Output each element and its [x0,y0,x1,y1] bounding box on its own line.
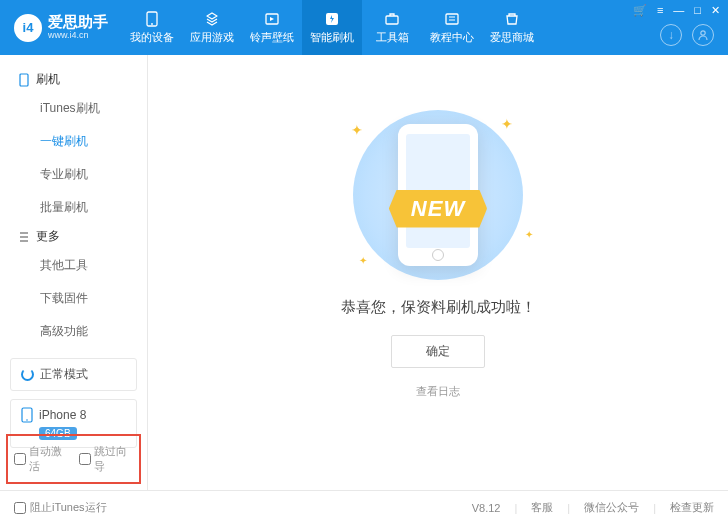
svg-point-6 [701,31,705,35]
logo-badge: i4 [14,14,42,42]
user-button[interactable] [692,24,714,46]
sidebar: 刷机iTunes刷机一键刷机专业刷机批量刷机更多其他工具下载固件高级功能 正常模… [0,55,148,490]
app-header: i4 爱思助手 www.i4.cn 我的设备应用游戏铃声壁纸智能刷机工具箱教程中… [0,0,728,55]
svg-point-1 [151,23,153,25]
nav-label: 工具箱 [376,30,409,45]
sidebar-item-0-2[interactable]: 专业刷机 [0,158,147,191]
nav-device[interactable]: 我的设备 [122,0,182,55]
main-content: ✦✦✦✦ NEW 恭喜您，保资料刷机成功啦！ 确定 查看日志 [148,55,728,490]
sidebar-item-0-1[interactable]: 一键刷机 [0,125,147,158]
phone-icon [21,407,33,423]
mode-status[interactable]: 正常模式 [10,358,137,391]
check-update-link[interactable]: 检查更新 [670,500,714,515]
sidebar-item-1-0[interactable]: 其他工具 [0,249,147,282]
support-link[interactable]: 客服 [531,500,553,515]
block-itunes-checkbox[interactable]: 阻止iTunes运行 [14,500,107,515]
new-ribbon: NEW [389,190,487,228]
nav-apps[interactable]: 应用游戏 [182,0,242,55]
nav-label: 我的设备 [130,30,174,45]
apps-icon [202,11,222,27]
nav-label: 智能刷机 [310,30,354,45]
ok-button[interactable]: 确定 [391,335,485,368]
nav-label: 教程中心 [430,30,474,45]
window-controls: 🛒 ≡ — □ ✕ [633,4,720,17]
svg-rect-7 [20,74,28,86]
nav-tutorial[interactable]: 教程中心 [422,0,482,55]
flash-options-box: 自动激活 跳过向导 [6,434,141,484]
status-bar: 阻止iTunes运行 V8.12 | 客服 | 微信公众号 | 检查更新 [0,490,728,524]
tutorial-icon [442,11,462,27]
store-icon [502,11,522,27]
minimize-button[interactable]: — [673,4,684,17]
sidebar-group-1: 更多 [0,224,147,249]
nav-store[interactable]: 爱思商城 [482,0,542,55]
main-nav: 我的设备应用游戏铃声壁纸智能刷机工具箱教程中心爱思商城 [122,0,542,55]
success-illustration: ✦✦✦✦ NEW [333,110,543,280]
device-name: iPhone 8 [39,408,86,422]
version-label: V8.12 [472,502,501,514]
device-icon [142,11,162,27]
refresh-icon [21,368,34,381]
nav-tools[interactable]: 工具箱 [362,0,422,55]
logo-title: 爱思助手 [48,14,108,31]
wechat-link[interactable]: 微信公众号 [584,500,639,515]
maximize-button[interactable]: □ [694,4,701,17]
auto-activate-checkbox[interactable]: 自动激活 [14,444,69,474]
nav-flash[interactable]: 智能刷机 [302,0,362,55]
tools-icon [382,11,402,27]
sidebar-group-0: 刷机 [0,67,147,92]
flash-icon [322,11,342,27]
skip-guide-checkbox[interactable]: 跳过向导 [79,444,134,474]
svg-rect-5 [446,14,458,24]
mode-status-label: 正常模式 [40,366,88,383]
download-button[interactable]: ↓ [660,24,682,46]
list-icon [18,230,30,244]
nav-label: 铃声壁纸 [250,30,294,45]
sidebar-item-0-3[interactable]: 批量刷机 [0,191,147,224]
app-logo: i4 爱思助手 www.i4.cn [0,14,122,42]
logo-subtitle: www.i4.cn [48,31,108,41]
success-message: 恭喜您，保资料刷机成功啦！ [341,298,536,317]
sidebar-item-1-1[interactable]: 下载固件 [0,282,147,315]
cart-icon[interactable]: 🛒 [633,4,647,17]
phone-icon [18,73,30,87]
view-log-link[interactable]: 查看日志 [416,384,460,399]
menu-icon[interactable]: ≡ [657,4,663,17]
svg-rect-4 [386,16,398,24]
nav-label: 应用游戏 [190,30,234,45]
close-button[interactable]: ✕ [711,4,720,17]
sidebar-item-0-0[interactable]: iTunes刷机 [0,92,147,125]
media-icon [262,11,282,27]
svg-point-9 [26,419,28,421]
nav-label: 爱思商城 [490,30,534,45]
sidebar-item-1-2[interactable]: 高级功能 [0,315,147,348]
nav-media[interactable]: 铃声壁纸 [242,0,302,55]
